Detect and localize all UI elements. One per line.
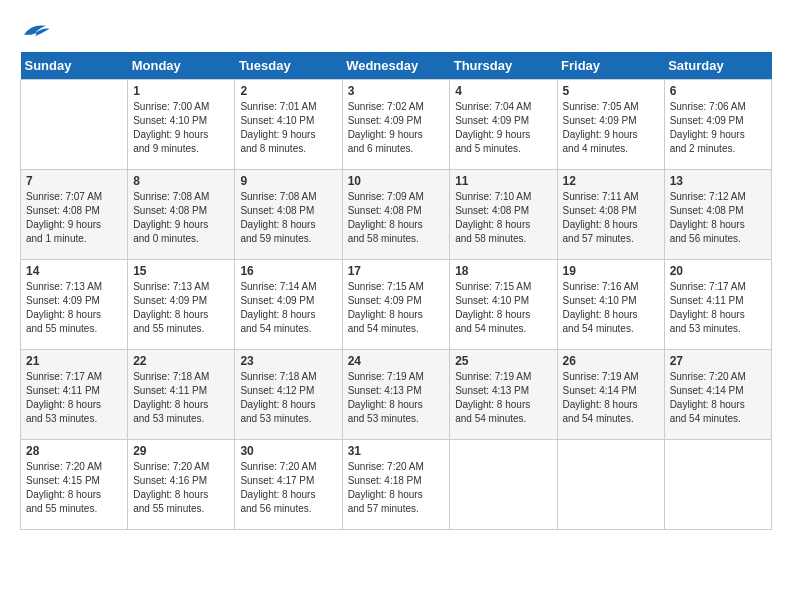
- day-number: 8: [133, 174, 229, 188]
- day-number: 31: [348, 444, 445, 458]
- calendar-cell: 13Sunrise: 7:12 AM Sunset: 4:08 PM Dayli…: [664, 170, 771, 260]
- weekday-header: Thursday: [450, 52, 557, 80]
- day-number: 14: [26, 264, 122, 278]
- calendar-cell: 14Sunrise: 7:13 AM Sunset: 4:09 PM Dayli…: [21, 260, 128, 350]
- day-info: Sunrise: 7:10 AM Sunset: 4:08 PM Dayligh…: [455, 190, 551, 246]
- day-info: Sunrise: 7:12 AM Sunset: 4:08 PM Dayligh…: [670, 190, 766, 246]
- calendar-cell: 20Sunrise: 7:17 AM Sunset: 4:11 PM Dayli…: [664, 260, 771, 350]
- calendar-cell: [557, 440, 664, 530]
- day-number: 11: [455, 174, 551, 188]
- day-number: 17: [348, 264, 445, 278]
- day-number: 10: [348, 174, 445, 188]
- day-info: Sunrise: 7:19 AM Sunset: 4:13 PM Dayligh…: [348, 370, 445, 426]
- calendar-table: SundayMondayTuesdayWednesdayThursdayFrid…: [20, 52, 772, 530]
- day-number: 21: [26, 354, 122, 368]
- day-info: Sunrise: 7:15 AM Sunset: 4:09 PM Dayligh…: [348, 280, 445, 336]
- calendar-cell: 15Sunrise: 7:13 AM Sunset: 4:09 PM Dayli…: [128, 260, 235, 350]
- day-info: Sunrise: 7:18 AM Sunset: 4:11 PM Dayligh…: [133, 370, 229, 426]
- day-number: 5: [563, 84, 659, 98]
- day-number: 29: [133, 444, 229, 458]
- day-info: Sunrise: 7:14 AM Sunset: 4:09 PM Dayligh…: [240, 280, 336, 336]
- calendar-cell: 3Sunrise: 7:02 AM Sunset: 4:09 PM Daylig…: [342, 80, 450, 170]
- day-number: 26: [563, 354, 659, 368]
- calendar-cell: 28Sunrise: 7:20 AM Sunset: 4:15 PM Dayli…: [21, 440, 128, 530]
- day-info: Sunrise: 7:13 AM Sunset: 4:09 PM Dayligh…: [26, 280, 122, 336]
- day-info: Sunrise: 7:13 AM Sunset: 4:09 PM Dayligh…: [133, 280, 229, 336]
- calendar-cell: 18Sunrise: 7:15 AM Sunset: 4:10 PM Dayli…: [450, 260, 557, 350]
- day-info: Sunrise: 7:20 AM Sunset: 4:18 PM Dayligh…: [348, 460, 445, 516]
- day-info: Sunrise: 7:20 AM Sunset: 4:16 PM Dayligh…: [133, 460, 229, 516]
- calendar-week-row: 28Sunrise: 7:20 AM Sunset: 4:15 PM Dayli…: [21, 440, 772, 530]
- calendar-cell: [450, 440, 557, 530]
- calendar-week-row: 14Sunrise: 7:13 AM Sunset: 4:09 PM Dayli…: [21, 260, 772, 350]
- calendar-cell: 26Sunrise: 7:19 AM Sunset: 4:14 PM Dayli…: [557, 350, 664, 440]
- day-info: Sunrise: 7:08 AM Sunset: 4:08 PM Dayligh…: [240, 190, 336, 246]
- day-number: 2: [240, 84, 336, 98]
- day-info: Sunrise: 7:09 AM Sunset: 4:08 PM Dayligh…: [348, 190, 445, 246]
- calendar-cell: 5Sunrise: 7:05 AM Sunset: 4:09 PM Daylig…: [557, 80, 664, 170]
- day-number: 13: [670, 174, 766, 188]
- weekday-header: Wednesday: [342, 52, 450, 80]
- calendar-cell: 2Sunrise: 7:01 AM Sunset: 4:10 PM Daylig…: [235, 80, 342, 170]
- calendar-cell: 24Sunrise: 7:19 AM Sunset: 4:13 PM Dayli…: [342, 350, 450, 440]
- day-number: 7: [26, 174, 122, 188]
- day-info: Sunrise: 7:04 AM Sunset: 4:09 PM Dayligh…: [455, 100, 551, 156]
- day-info: Sunrise: 7:18 AM Sunset: 4:12 PM Dayligh…: [240, 370, 336, 426]
- day-number: 3: [348, 84, 445, 98]
- day-number: 6: [670, 84, 766, 98]
- calendar-cell: 4Sunrise: 7:04 AM Sunset: 4:09 PM Daylig…: [450, 80, 557, 170]
- day-number: 9: [240, 174, 336, 188]
- day-number: 20: [670, 264, 766, 278]
- calendar-cell: 30Sunrise: 7:20 AM Sunset: 4:17 PM Dayli…: [235, 440, 342, 530]
- page-header: [20, 20, 772, 42]
- day-info: Sunrise: 7:15 AM Sunset: 4:10 PM Dayligh…: [455, 280, 551, 336]
- day-number: 27: [670, 354, 766, 368]
- weekday-header: Monday: [128, 52, 235, 80]
- day-number: 15: [133, 264, 229, 278]
- calendar-cell: 12Sunrise: 7:11 AM Sunset: 4:08 PM Dayli…: [557, 170, 664, 260]
- weekday-header: Friday: [557, 52, 664, 80]
- calendar-cell: 8Sunrise: 7:08 AM Sunset: 4:08 PM Daylig…: [128, 170, 235, 260]
- calendar-cell: 10Sunrise: 7:09 AM Sunset: 4:08 PM Dayli…: [342, 170, 450, 260]
- day-number: 28: [26, 444, 122, 458]
- day-info: Sunrise: 7:19 AM Sunset: 4:13 PM Dayligh…: [455, 370, 551, 426]
- day-info: Sunrise: 7:20 AM Sunset: 4:14 PM Dayligh…: [670, 370, 766, 426]
- calendar-cell: 19Sunrise: 7:16 AM Sunset: 4:10 PM Dayli…: [557, 260, 664, 350]
- day-info: Sunrise: 7:20 AM Sunset: 4:17 PM Dayligh…: [240, 460, 336, 516]
- calendar-cell: 29Sunrise: 7:20 AM Sunset: 4:16 PM Dayli…: [128, 440, 235, 530]
- calendar-week-row: 7Sunrise: 7:07 AM Sunset: 4:08 PM Daylig…: [21, 170, 772, 260]
- calendar-cell: 27Sunrise: 7:20 AM Sunset: 4:14 PM Dayli…: [664, 350, 771, 440]
- calendar-cell: [664, 440, 771, 530]
- calendar-cell: 25Sunrise: 7:19 AM Sunset: 4:13 PM Dayli…: [450, 350, 557, 440]
- day-info: Sunrise: 7:20 AM Sunset: 4:15 PM Dayligh…: [26, 460, 122, 516]
- day-number: 19: [563, 264, 659, 278]
- day-info: Sunrise: 7:06 AM Sunset: 4:09 PM Dayligh…: [670, 100, 766, 156]
- day-number: 30: [240, 444, 336, 458]
- calendar-cell: [21, 80, 128, 170]
- calendar-cell: 7Sunrise: 7:07 AM Sunset: 4:08 PM Daylig…: [21, 170, 128, 260]
- day-number: 1: [133, 84, 229, 98]
- day-info: Sunrise: 7:07 AM Sunset: 4:08 PM Dayligh…: [26, 190, 122, 246]
- weekday-header: Sunday: [21, 52, 128, 80]
- day-info: Sunrise: 7:02 AM Sunset: 4:09 PM Dayligh…: [348, 100, 445, 156]
- day-number: 24: [348, 354, 445, 368]
- weekday-header: Saturday: [664, 52, 771, 80]
- weekday-header: Tuesday: [235, 52, 342, 80]
- calendar-cell: 16Sunrise: 7:14 AM Sunset: 4:09 PM Dayli…: [235, 260, 342, 350]
- calendar-cell: 1Sunrise: 7:00 AM Sunset: 4:10 PM Daylig…: [128, 80, 235, 170]
- day-info: Sunrise: 7:17 AM Sunset: 4:11 PM Dayligh…: [26, 370, 122, 426]
- day-number: 25: [455, 354, 551, 368]
- logo-icon: [20, 20, 50, 42]
- calendar-cell: 6Sunrise: 7:06 AM Sunset: 4:09 PM Daylig…: [664, 80, 771, 170]
- day-info: Sunrise: 7:05 AM Sunset: 4:09 PM Dayligh…: [563, 100, 659, 156]
- day-number: 22: [133, 354, 229, 368]
- calendar-cell: 11Sunrise: 7:10 AM Sunset: 4:08 PM Dayli…: [450, 170, 557, 260]
- day-info: Sunrise: 7:17 AM Sunset: 4:11 PM Dayligh…: [670, 280, 766, 336]
- calendar-cell: 22Sunrise: 7:18 AM Sunset: 4:11 PM Dayli…: [128, 350, 235, 440]
- calendar-cell: 9Sunrise: 7:08 AM Sunset: 4:08 PM Daylig…: [235, 170, 342, 260]
- day-number: 23: [240, 354, 336, 368]
- calendar-cell: 21Sunrise: 7:17 AM Sunset: 4:11 PM Dayli…: [21, 350, 128, 440]
- calendar-cell: 31Sunrise: 7:20 AM Sunset: 4:18 PM Dayli…: [342, 440, 450, 530]
- logo: [20, 20, 54, 42]
- day-number: 12: [563, 174, 659, 188]
